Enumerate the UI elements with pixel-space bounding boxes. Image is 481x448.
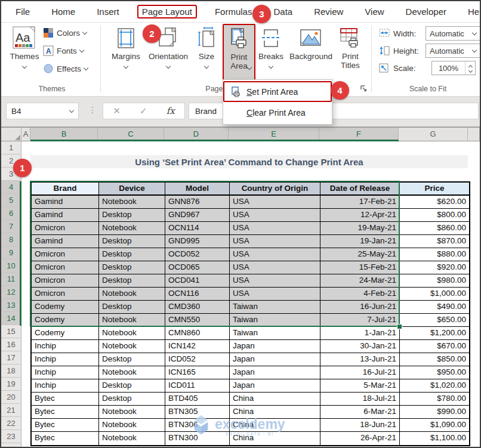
row-header-7[interactable]: 7: [1, 220, 21, 233]
print-titles-button[interactable]: Print Titles: [334, 24, 366, 83]
cell[interactable]: Bytec: [32, 406, 99, 419]
fill-handle[interactable]: [397, 324, 402, 329]
table-header-model[interactable]: Model: [165, 183, 230, 196]
cell[interactable]: $490.00: [400, 301, 469, 314]
cell[interactable]: Inchip: [32, 379, 99, 393]
cell[interactable]: Desktop: [99, 393, 165, 406]
tab-home[interactable]: Home: [48, 5, 79, 18]
cell[interactable]: ICN165: [165, 366, 230, 379]
cell[interactable]: $850.00: [400, 353, 469, 366]
tab-data[interactable]: Data: [270, 5, 296, 18]
cell[interactable]: Japan: [230, 340, 320, 353]
row-header-13[interactable]: 13: [1, 299, 21, 312]
cell[interactable]: Inchip: [32, 366, 99, 379]
cell[interactable]: 18-Jul-21: [320, 393, 400, 406]
cell[interactable]: Codemy: [32, 301, 99, 314]
cell[interactable]: Gamind: [32, 235, 99, 248]
table-header-brand[interactable]: Brand: [32, 183, 99, 196]
tab-developer[interactable]: Developer: [402, 5, 450, 18]
cell[interactable]: $1,200.00: [400, 327, 469, 340]
select-all-corner[interactable]: [1, 128, 21, 141]
cell[interactable]: $950.00: [400, 366, 469, 379]
cell[interactable]: OCD041: [165, 274, 230, 288]
cell[interactable]: 18-Jun-21: [320, 419, 400, 432]
width-combobox[interactable]: Automatic: [426, 26, 480, 41]
cell[interactable]: Inchip: [32, 340, 99, 353]
cell[interactable]: 25-May-21: [320, 248, 400, 261]
cell[interactable]: $980.00: [400, 274, 469, 288]
row-header-17[interactable]: 17: [1, 351, 21, 364]
cell[interactable]: 5-Mar-21: [320, 379, 400, 393]
cell[interactable]: 12-Apr-21: [320, 209, 400, 222]
cell[interactable]: CMN550: [165, 314, 230, 327]
cell[interactable]: CMD360: [165, 301, 230, 314]
cell[interactable]: 4-Feb-21: [320, 288, 400, 301]
cell[interactable]: China: [230, 432, 320, 445]
cancel-icon[interactable]: ✕: [113, 106, 121, 116]
cell[interactable]: Desktop: [99, 353, 165, 366]
cell[interactable]: Desktop: [99, 209, 165, 222]
cell[interactable]: Notebook: [99, 222, 165, 235]
cell[interactable]: Notebook: [99, 196, 165, 209]
cell[interactable]: Omicron: [32, 261, 99, 274]
cell[interactable]: Omicron: [32, 222, 99, 235]
cell[interactable]: GND995: [165, 235, 230, 248]
row-header-6[interactable]: 6: [1, 207, 21, 220]
height-combobox[interactable]: Automatic: [426, 44, 480, 58]
cell[interactable]: Omicron: [32, 274, 99, 288]
cell[interactable]: $670.00: [400, 340, 469, 353]
insert-function-icon[interactable]: fx: [166, 106, 175, 116]
tab-page-layout[interactable]: Page Layout: [137, 5, 197, 18]
row-header-8[interactable]: 8: [1, 233, 21, 246]
tab-review[interactable]: Review: [310, 5, 347, 18]
cell[interactable]: Codemy: [32, 314, 99, 327]
cell[interactable]: BTN306: [165, 419, 230, 432]
row-header-20[interactable]: 20: [1, 391, 21, 404]
cell[interactable]: Gamind: [32, 196, 99, 209]
cell[interactable]: $870.00: [400, 235, 469, 248]
cell[interactable]: $1,020.00: [400, 379, 469, 393]
cell[interactable]: OCD065: [165, 261, 230, 274]
cell[interactable]: OCD052: [165, 248, 230, 261]
cell[interactable]: 19-May-21: [320, 222, 400, 235]
column-header-G[interactable]: G: [399, 128, 468, 141]
cell[interactable]: 30-Jan-21: [320, 340, 400, 353]
menu-item-clear-print-area[interactable]: Clear Print Area: [223, 102, 332, 123]
cell[interactable]: 15-Feb-21: [320, 261, 400, 274]
cell[interactable]: Omicron: [32, 288, 99, 301]
row-header-23[interactable]: 23: [1, 430, 21, 443]
cell[interactable]: BTN300: [165, 432, 230, 445]
row-header-22[interactable]: 22: [1, 417, 21, 430]
row-header-15[interactable]: 15: [1, 325, 21, 338]
colors-button[interactable]: Colors: [43, 26, 87, 39]
cell[interactable]: OCN114: [165, 222, 230, 235]
cell[interactable]: 7-Jul-21: [320, 314, 400, 327]
cell[interactable]: Inchip: [32, 353, 99, 366]
cell[interactable]: GNN876: [165, 196, 230, 209]
cell[interactable]: Gamind: [32, 209, 99, 222]
breaks-button[interactable]: Breaks: [255, 24, 286, 83]
cell[interactable]: CMN860: [165, 327, 230, 340]
cell[interactable]: Codemy: [32, 327, 99, 340]
cell[interactable]: ICN142: [165, 340, 230, 353]
row-header-21[interactable]: 21: [1, 404, 21, 417]
cell[interactable]: Taiwan: [230, 314, 320, 327]
cell[interactable]: Notebook: [99, 406, 165, 419]
cell[interactable]: $1,090.00: [400, 419, 469, 432]
cell[interactable]: Desktop: [99, 261, 165, 274]
cell[interactable]: OCN116: [165, 288, 230, 301]
cell[interactable]: 19-Jan-21: [320, 235, 400, 248]
cell[interactable]: Bytec: [32, 432, 99, 445]
cell[interactable]: 26-Apr-21: [320, 432, 400, 445]
page-setup-dialog-launcher-icon[interactable]: [360, 84, 368, 92]
cell[interactable]: Notebook: [99, 314, 165, 327]
cell[interactable]: 13-Jun-21: [320, 353, 400, 366]
cell[interactable]: Omicron: [32, 248, 99, 261]
column-header-A[interactable]: A: [21, 128, 30, 141]
row-header-11[interactable]: 11: [1, 273, 21, 286]
cell[interactable]: BTN305: [165, 406, 230, 419]
cell[interactable]: 24-Mar-21: [320, 274, 400, 288]
cell[interactable]: BTD405: [165, 393, 230, 406]
row-header-24[interactable]: 24: [1, 443, 21, 447]
column-header-partial[interactable]: [468, 128, 480, 141]
